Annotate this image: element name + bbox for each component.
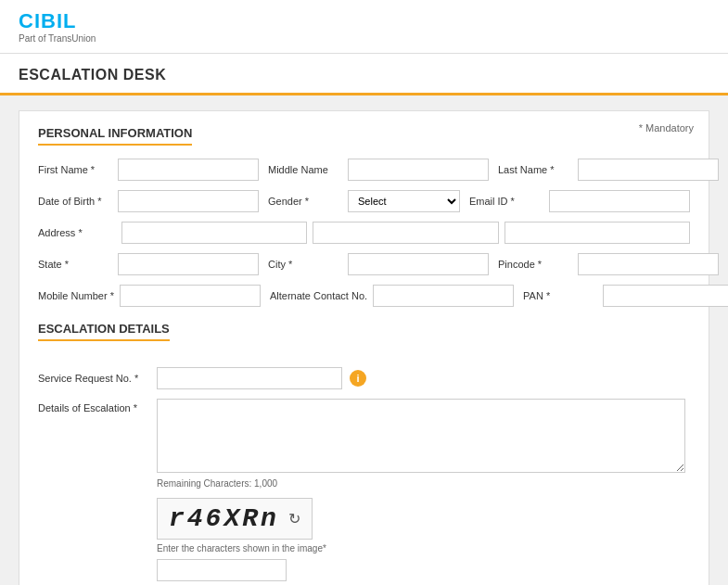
last-name-input[interactable] bbox=[578, 159, 719, 181]
state-city-pin-row: State * City * Pincode * bbox=[38, 253, 690, 275]
captcha-hint: Enter the characters shown in the image* bbox=[157, 543, 690, 553]
alt-contact-input[interactable] bbox=[373, 285, 514, 307]
escalation-details-title: ESCALATION DETAILS bbox=[38, 322, 170, 341]
state-group: State * bbox=[38, 253, 259, 275]
address-input-1[interactable] bbox=[121, 222, 307, 244]
last-name-group: Last Name * bbox=[498, 159, 719, 181]
address-inputs bbox=[121, 222, 690, 244]
header: CIBIL Part of TransUnion bbox=[0, 0, 728, 54]
email-input[interactable] bbox=[549, 190, 690, 212]
mandatory-note: * Mandatory bbox=[639, 122, 694, 134]
info-icon[interactable]: i bbox=[350, 370, 366, 387]
details-escalation-label: Details of Escalation * bbox=[38, 399, 149, 413]
captcha-text: r46XRn bbox=[169, 504, 279, 533]
pan-label: PAN * bbox=[523, 290, 597, 301]
page-title: ESCALATION DESK bbox=[19, 67, 709, 83]
captcha-input[interactable] bbox=[157, 559, 287, 581]
service-request-input[interactable] bbox=[157, 367, 342, 389]
state-input[interactable] bbox=[118, 253, 259, 275]
personal-info-title: PERSONAL INFORMATION bbox=[38, 126, 192, 146]
gender-label: Gender * bbox=[268, 196, 342, 207]
page-title-bar: ESCALATION DESK bbox=[0, 54, 728, 95]
middle-name-label: Middle Name bbox=[268, 164, 342, 175]
pan-group: PAN * bbox=[523, 285, 728, 307]
pincode-group: Pincode * bbox=[498, 253, 719, 275]
alt-contact-group: Alternate Contact No. bbox=[270, 285, 514, 307]
middle-name-input[interactable] bbox=[348, 159, 489, 181]
middle-name-group: Middle Name bbox=[268, 159, 489, 181]
dob-gender-email-row: Date of Birth * Gender * Select Male Fem… bbox=[38, 190, 690, 212]
address-label: Address * bbox=[38, 227, 112, 238]
email-label: Email ID * bbox=[469, 196, 543, 207]
details-escalation-textarea[interactable] bbox=[157, 399, 685, 473]
service-request-label: Service Request No. * bbox=[38, 373, 149, 384]
remaining-chars: Remaining Characters: 1,000 bbox=[157, 478, 690, 489]
logo-cibil: CIBIL bbox=[19, 9, 709, 33]
mobile-input[interactable] bbox=[120, 285, 261, 307]
pincode-input[interactable] bbox=[578, 253, 719, 275]
captcha-refresh-icon[interactable]: ↻ bbox=[288, 510, 300, 528]
form-card: * Mandatory PERSONAL INFORMATION First N… bbox=[19, 110, 709, 585]
main-content: * Mandatory PERSONAL INFORMATION First N… bbox=[0, 95, 728, 585]
address-input-3[interactable] bbox=[504, 222, 690, 244]
gender-select[interactable]: Select Male Female Other bbox=[348, 190, 460, 212]
gender-group: Gender * Select Male Female Other bbox=[268, 190, 460, 212]
first-name-label: First Name * bbox=[38, 164, 112, 175]
city-label: City * bbox=[268, 259, 342, 270]
mobile-alt-pan-row: Mobile Number * Alternate Contact No. PA… bbox=[38, 285, 690, 307]
first-name-input[interactable] bbox=[118, 159, 259, 181]
email-group: Email ID * bbox=[469, 190, 690, 212]
last-name-label: Last Name * bbox=[498, 164, 572, 175]
address-row: Address * bbox=[38, 222, 690, 244]
name-row: First Name * Middle Name Last Name * bbox=[38, 159, 690, 181]
service-request-row: Service Request No. * i bbox=[38, 367, 690, 389]
section-divider: ESCALATION DETAILS bbox=[38, 322, 690, 354]
details-escalation-row: Details of Escalation * bbox=[38, 399, 690, 473]
pincode-label: Pincode * bbox=[498, 259, 572, 270]
dob-label: Date of Birth * bbox=[38, 196, 112, 207]
alt-contact-label: Alternate Contact No. bbox=[270, 290, 367, 301]
address-input-2[interactable] bbox=[313, 222, 498, 244]
mobile-label: Mobile Number * bbox=[38, 290, 114, 301]
mobile-group: Mobile Number * bbox=[38, 285, 261, 307]
pan-input[interactable] bbox=[603, 285, 728, 307]
state-label: State * bbox=[38, 259, 112, 270]
captcha-box: r46XRn ↻ bbox=[157, 498, 313, 540]
logo-subtitle: Part of TransUnion bbox=[19, 33, 709, 44]
first-name-group: First Name * bbox=[38, 159, 259, 181]
dob-group: Date of Birth * bbox=[38, 190, 259, 212]
city-group: City * bbox=[268, 253, 489, 275]
captcha-container: r46XRn ↻ Enter the characters shown in t… bbox=[157, 498, 690, 581]
city-input[interactable] bbox=[348, 253, 489, 275]
dob-input[interactable] bbox=[118, 190, 259, 212]
